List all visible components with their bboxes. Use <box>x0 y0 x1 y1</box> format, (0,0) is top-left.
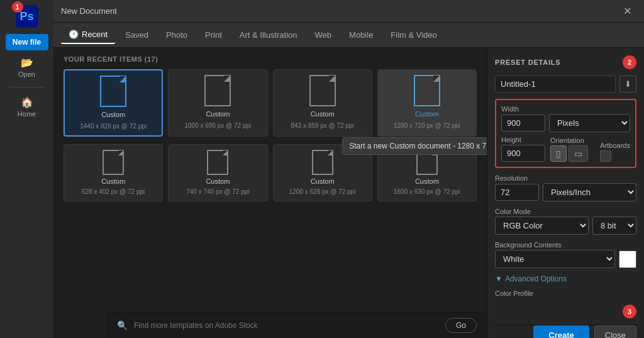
preset-name-input[interactable] <box>495 76 616 93</box>
tab-photo[interactable]: Photo <box>158 26 195 43</box>
preset-section-title: PRESET DETAILS <box>495 59 561 66</box>
color-depth-select[interactable]: 8 bit 16 bit 32 bit <box>592 217 636 235</box>
color-mode-label: Color Mode <box>495 208 636 215</box>
item-label-4: Custom <box>415 110 439 118</box>
orientation-label: Orientation <box>550 137 595 144</box>
tab-mobile[interactable]: Mobile <box>341 26 380 43</box>
artboards-col: Artboards <box>600 142 630 162</box>
close-button[interactable]: Close <box>594 325 636 338</box>
recent-item-4[interactable]: Custom 1280 x 720 px @ 72 ppi Start a ne… <box>377 69 477 137</box>
bg-color-row: White Black Transparent Background Color <box>495 250 636 268</box>
chevron-down-icon: ▼ <box>495 274 502 283</box>
color-mode-section: Color Mode RGB Color CMYK Color Grayscal… <box>495 208 636 235</box>
advanced-options-toggle[interactable]: ▼ Advanced Options <box>495 274 636 283</box>
sidebar-item-home[interactable]: 🏠 Home <box>6 93 48 121</box>
doc-icon-8 <box>416 150 438 175</box>
item-sub-5: 628 x 402 px @ 72 ppi <box>82 188 145 196</box>
width-input[interactable] <box>501 115 545 132</box>
width-field-row: Pixels Inches cm <box>501 114 630 132</box>
new-document-dialog: New Document ✕ 🕐 Recent Saved Photo Prin… <box>53 0 644 338</box>
tab-film[interactable]: Film & Video <box>383 26 444 43</box>
recent-item-5[interactable]: Custom 628 x 402 px @ 72 ppi <box>64 144 163 201</box>
height-input[interactable] <box>501 145 545 162</box>
doc-icon-2 <box>204 75 231 106</box>
ps-logo: Ps 1 <box>16 5 38 28</box>
color-mode-select[interactable]: RGB Color CMYK Color Grayscale <box>495 217 589 235</box>
tabs-bar: 🕐 Recent Saved Photo Print Art & Illustr… <box>53 23 644 48</box>
resolution-field-row: Pixels/Inch Pixels/cm <box>495 183 636 201</box>
color-profile-section: Color Profile <box>495 290 636 298</box>
height-label: Height <box>501 136 545 144</box>
badge-1: 1 <box>12 1 23 13</box>
badge-3: 3 <box>623 305 636 318</box>
go-button[interactable]: Go <box>445 318 477 333</box>
item-sub-6: 740 x 740 px @ 72 ppi <box>186 188 249 196</box>
width-label: Width <box>501 105 630 113</box>
recent-item-2[interactable]: Custom 1000 x 695 px @ 72 ppi <box>168 69 267 137</box>
color-profile-label: Color Profile <box>495 290 636 297</box>
dialog-close-button[interactable]: ✕ <box>618 3 636 20</box>
sidebar-item-open[interactable]: 📂 Open <box>6 53 48 82</box>
width-row: Width Pixels Inches cm <box>501 105 630 132</box>
tab-art[interactable]: Art & Illustration <box>232 26 305 43</box>
height-orient-row: Height Orientation ▯ ▭ Artboards <box>501 136 630 162</box>
bg-contents-section: Background Contents White Black Transpar… <box>495 241 636 268</box>
color-mode-field-row: RGB Color CMYK Color Grayscale 8 bit 16 … <box>495 217 636 235</box>
stock-search-input[interactable] <box>134 321 439 330</box>
tab-saved[interactable]: Saved <box>118 26 156 43</box>
item-label-8: Custom <box>415 177 439 185</box>
recent-item-7[interactable]: Custom 1200 x 628 px @ 72 ppi <box>273 144 372 201</box>
items-grid-row2: Custom 628 x 402 px @ 72 ppi Custom 740 … <box>64 144 477 201</box>
resolution-unit-select[interactable]: Pixels/Inch Pixels/cm <box>543 183 636 201</box>
item-thumb-4 <box>408 75 446 106</box>
item-label-3: Custom <box>311 110 335 118</box>
tab-recent[interactable]: 🕐 Recent <box>61 26 115 44</box>
portrait-button[interactable]: ▯ <box>550 145 567 162</box>
item-thumb-1 <box>94 76 132 107</box>
action-buttons: Create Close <box>495 325 636 338</box>
preset-name-row: ⬇ <box>495 76 636 93</box>
recent-section-title: YOUR RECENT ITEMS (17) <box>64 55 477 63</box>
item-sub-4: 1280 x 720 px @ 72 ppi <box>394 121 460 130</box>
artboards-label: Artboards <box>600 142 630 149</box>
items-grid-row1: Custom 1440 x 826 px @ 72 ppi Custom 100… <box>64 69 477 137</box>
badge-2: 2 <box>623 55 636 69</box>
item-sub-3: 843 x 859 px @ 72 ppi <box>291 121 354 130</box>
bg-color-swatch[interactable] <box>619 251 636 268</box>
recent-icon: 🕐 <box>69 30 79 39</box>
item-thumb-3 <box>304 75 341 106</box>
content-area: YOUR RECENT ITEMS (17) Custom 1440 x 826… <box>53 48 644 338</box>
tab-web[interactable]: Web <box>308 26 340 43</box>
resolution-input[interactable] <box>495 184 539 201</box>
recent-item-1[interactable]: Custom 1440 x 826 px @ 72 ppi <box>64 69 163 137</box>
bg-contents-label: Background Contents <box>495 241 636 249</box>
item-label-6: Custom <box>206 177 230 185</box>
item-thumb-2 <box>199 75 236 106</box>
doc-icon-6 <box>207 150 228 175</box>
create-button[interactable]: Create <box>533 325 589 338</box>
artboards-checkbox[interactable] <box>600 150 611 162</box>
search-bar: 🔍 Go <box>107 312 487 338</box>
recent-item-3[interactable]: Custom 843 x 859 px @ 72 ppi <box>273 69 372 137</box>
orientation-buttons: ▯ ▭ <box>550 145 595 162</box>
save-preset-button[interactable]: ⬇ <box>619 76 636 93</box>
open-icon: 📂 <box>21 57 33 69</box>
new-file-button[interactable]: New file <box>6 34 48 50</box>
item-sub-2: 1000 x 695 px @ 72 ppi <box>184 121 251 130</box>
preset-fields-box: Width Pixels Inches cm Height <box>495 99 636 168</box>
recent-item-6[interactable]: Custom 740 x 740 px @ 72 ppi <box>168 144 267 201</box>
right-panel: PRESET DETAILS 2 ⬇ Width Pixels Inches <box>487 48 644 338</box>
item-sub-1: 1440 x 826 px @ 72 ppi <box>80 122 147 130</box>
width-unit-select[interactable]: Pixels Inches cm <box>549 114 630 132</box>
left-panel: YOUR RECENT ITEMS (17) Custom 1440 x 826… <box>53 48 487 338</box>
recent-item-8[interactable]: Custom 1600 x 630 px @ 72 ppi <box>377 144 477 201</box>
sidebar-divider <box>8 87 46 87</box>
tab-print[interactable]: Print <box>197 26 230 43</box>
item-label-1: Custom <box>101 111 125 118</box>
landscape-button[interactable]: ▭ <box>569 145 588 162</box>
item-label-7: Custom <box>311 177 335 185</box>
search-icon: 🔍 <box>117 320 128 330</box>
bg-contents-select[interactable]: White Black Transparent Background Color <box>495 250 615 268</box>
badge-3-wrap: 3 <box>495 305 636 318</box>
sidebar: Ps 1 New file 📂 Open 🏠 Home <box>0 0 53 338</box>
